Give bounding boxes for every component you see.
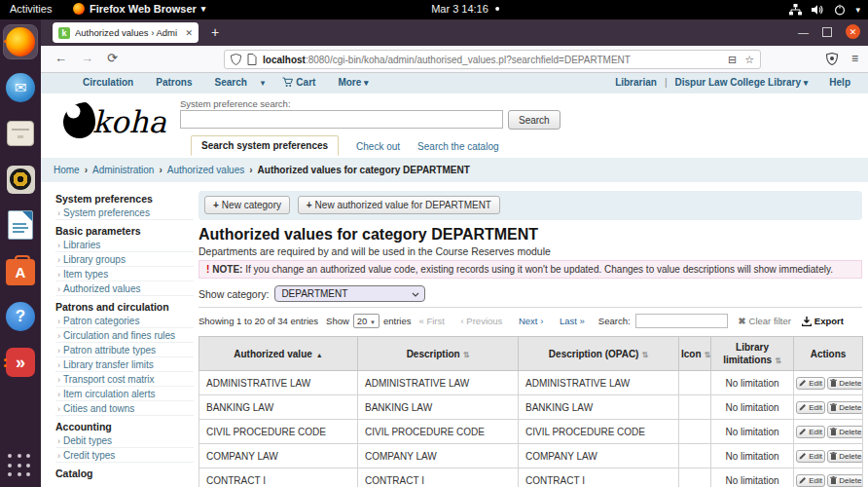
- nav-cart[interactable]: Cart: [282, 77, 315, 88]
- edit-button[interactable]: Edit: [796, 450, 825, 463]
- power-icon[interactable]: [834, 4, 846, 16]
- nav-library[interactable]: Dispur Law College Library ▾: [675, 77, 809, 88]
- sidebar-item-patron-categories[interactable]: ›Patron categories: [55, 314, 194, 328]
- sidebar-item-cities-and-towns[interactable]: ›Cities and towns: [55, 401, 194, 416]
- minimize-button[interactable]: —: [798, 26, 809, 38]
- edit-button[interactable]: Edit: [796, 377, 825, 390]
- clear-filter-button[interactable]: ✖Clear filter: [739, 316, 791, 326]
- dock-ubuntu-software[interactable]: A: [4, 254, 37, 287]
- koha-header: koha System preference search: Search Se…: [41, 94, 868, 158]
- pagination-last[interactable]: Last »: [560, 316, 585, 326]
- url-bar[interactable]: localhost:8080/cgi-bin/koha/admin/author…: [224, 50, 761, 69]
- dock-thunderbird[interactable]: ✉: [4, 71, 37, 104]
- show-applications-button[interactable]: [8, 454, 33, 479]
- pagination-previous[interactable]: ‹ Previous: [461, 316, 503, 326]
- forward-button[interactable]: →: [81, 51, 93, 65]
- nav-circulation[interactable]: Circulation: [83, 77, 133, 88]
- bookmark-star-icon[interactable]: ☆: [744, 54, 754, 66]
- volume-icon[interactable]: [812, 4, 824, 16]
- edit-button[interactable]: Edit: [796, 401, 825, 414]
- nav-help[interactable]: Help: [829, 77, 850, 88]
- tab-check-out[interactable]: Check out: [356, 137, 400, 156]
- app-menu[interactable]: Firefox Web Browser▾: [73, 3, 205, 15]
- delete-button[interactable]: Delete: [827, 474, 862, 487]
- edit-button[interactable]: Edit: [796, 426, 825, 438]
- pagination-first[interactable]: « First: [419, 316, 445, 326]
- page-length-select[interactable]: 20 ▼: [353, 314, 380, 328]
- dock-libreoffice-writer[interactable]: [4, 208, 37, 242]
- chevron-right-icon: ›: [57, 241, 60, 250]
- sidebar-item-circulation-and-fines-rules[interactable]: ›Circulation and fines rules: [55, 328, 194, 343]
- sidebar-item-credit-types[interactable]: ›Credit types: [55, 448, 194, 463]
- tab-close-icon[interactable]: ✕: [185, 28, 193, 38]
- pocket-icon[interactable]: [826, 53, 838, 65]
- clock[interactable]: Mar 3 14:16: [431, 3, 499, 15]
- dock-remote-app[interactable]: »: [4, 346, 37, 379]
- export-button[interactable]: Export: [802, 316, 844, 326]
- page-subtitle: Departments are required by and will be …: [199, 245, 862, 257]
- column-header-icon[interactable]: Icon⇅: [679, 337, 711, 371]
- alert-icon: !: [206, 264, 209, 275]
- close-button[interactable]: ✕: [846, 24, 860, 39]
- nav-search[interactable]: Search: [214, 77, 246, 88]
- dock-rhythmbox[interactable]: [4, 163, 37, 196]
- sidebar-item-transport-cost-matrix[interactable]: ›Transport cost matrix: [55, 372, 194, 387]
- tab-search-the-catalog[interactable]: Search the catalog: [417, 137, 498, 156]
- sidebar-item-item-types[interactable]: ›Item types: [55, 267, 194, 281]
- delete-button[interactable]: Delete: [827, 450, 862, 463]
- new-tab-button[interactable]: +: [211, 24, 219, 40]
- tab-search-system-preferences[interactable]: Search system preferences: [191, 135, 339, 156]
- edit-button[interactable]: Edit: [796, 474, 825, 487]
- dock-help[interactable]: ?: [4, 300, 37, 333]
- nav-user[interactable]: Librarian: [615, 77, 657, 88]
- page-icon[interactable]: [247, 54, 257, 65]
- cell-description: ADMINISTRATIVE LAW: [358, 371, 519, 395]
- sidebar-item-item-circulation-alerts[interactable]: ›Item circulation alerts: [55, 387, 194, 401]
- table-search-input[interactable]: [635, 314, 728, 328]
- breadcrumb-current: Authorized values for category DEPARTMEN…: [258, 165, 470, 175]
- sidebar-item-libraries[interactable]: ›Libraries: [55, 238, 194, 252]
- new-category-button[interactable]: +New category: [204, 196, 290, 214]
- new-authorized-value-button[interactable]: +New authorized value for DEPARTMENT: [298, 196, 500, 214]
- rhythmbox-icon: [7, 166, 35, 194]
- delete-button[interactable]: Delete: [827, 426, 862, 438]
- shield-icon[interactable]: [231, 54, 241, 65]
- chevron-down-icon[interactable]: ▾: [855, 5, 860, 15]
- reload-button[interactable]: ⟳: [107, 51, 118, 65]
- sidebar-item-debit-types[interactable]: ›Debit types: [55, 433, 194, 448]
- thunderbird-icon: ✉: [6, 73, 35, 102]
- chevron-down-icon[interactable]: ▾: [261, 78, 266, 88]
- note-box: !NOTE: If you change an authorized value…: [199, 260, 862, 279]
- activities-button[interactable]: Activities: [10, 3, 52, 15]
- browser-tab[interactable]: k Authorized values › Admi ✕: [53, 22, 199, 43]
- sidebar-item-patron-attribute-types[interactable]: ›Patron attribute types: [55, 343, 194, 357]
- delete-button[interactable]: Delete: [827, 377, 862, 390]
- sidebar-item-library-groups[interactable]: ›Library groups: [55, 252, 194, 267]
- delete-button[interactable]: Delete: [827, 401, 862, 414]
- category-select[interactable]: DEPARTMENT: [274, 285, 425, 302]
- dock-files[interactable]: [4, 117, 37, 150]
- network-icon[interactable]: [789, 4, 802, 16]
- pagination-next[interactable]: Next ›: [519, 316, 543, 326]
- breadcrumb-administration[interactable]: Administration: [92, 165, 154, 175]
- koha-favicon: k: [58, 27, 70, 39]
- nav-more[interactable]: More ▾: [338, 77, 368, 88]
- menu-icon[interactable]: ≡: [851, 52, 858, 65]
- breadcrumb-authorized-values[interactable]: Authorized values: [167, 165, 245, 175]
- dock-firefox[interactable]: [4, 25, 37, 58]
- column-header-authorized-value[interactable]: Authorized value▲: [199, 337, 358, 371]
- column-header-description-opac-[interactable]: Description (OPAC)⇅: [519, 337, 679, 371]
- sidebar-item-authorized-values[interactable]: ›Authorized values: [55, 281, 194, 296]
- sidebar-item-system-preferences[interactable]: ›System preferences: [55, 206, 194, 220]
- back-button[interactable]: ←: [54, 51, 67, 65]
- column-header-description[interactable]: Description⇅: [358, 337, 519, 371]
- column-header-library-limitations[interactable]: Library limitations⇅: [711, 337, 794, 371]
- sidebar-item-library-transfer-limits[interactable]: ›Library transfer limits: [55, 357, 194, 372]
- maximize-button[interactable]: [822, 27, 832, 37]
- search-button[interactable]: Search: [508, 110, 561, 130]
- browser-toolbar: ← → ⟳ localhost:8080/cgi-bin/koha/admin/…: [41, 46, 868, 73]
- breadcrumb-home[interactable]: Home: [54, 165, 80, 175]
- system-preference-search-input[interactable]: [180, 110, 503, 129]
- nav-patrons[interactable]: Patrons: [156, 77, 192, 88]
- reader-mode-icon[interactable]: ⊟: [728, 54, 737, 66]
